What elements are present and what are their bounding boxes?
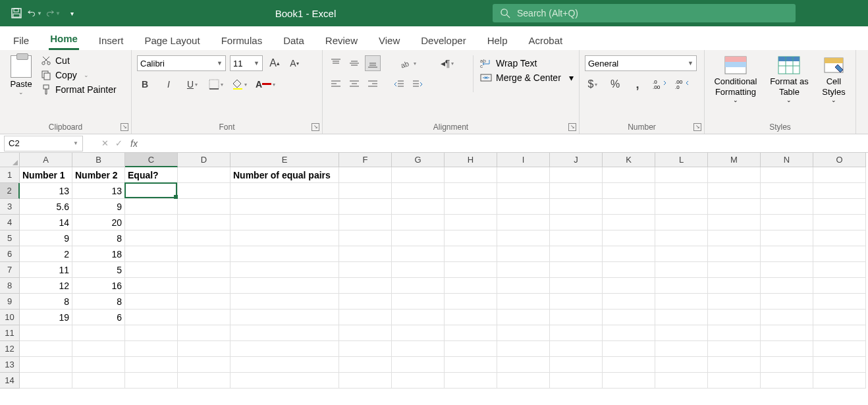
cell[interactable] (497, 373, 550, 389)
percent-format-icon[interactable]: % (607, 76, 623, 92)
cell[interactable]: Number 2 (72, 167, 125, 183)
cell[interactable]: 11 (20, 262, 72, 278)
cell[interactable] (125, 357, 178, 373)
cell[interactable] (339, 341, 392, 357)
tab-help[interactable]: Help (486, 31, 509, 50)
cell[interactable] (231, 262, 339, 278)
cell[interactable] (445, 341, 497, 357)
cell[interactable] (550, 310, 603, 325)
cell[interactable] (392, 246, 445, 262)
cell[interactable] (813, 183, 866, 199)
cell[interactable] (445, 294, 497, 310)
cell[interactable] (178, 310, 231, 325)
cell[interactable] (392, 341, 445, 357)
column-header[interactable]: J (550, 153, 603, 167)
conditional-formatting-button[interactable]: Conditional Formatting⌄ (710, 55, 761, 104)
cell[interactable]: 2 (20, 246, 72, 262)
cell[interactable] (761, 199, 813, 215)
format-as-table-button[interactable]: Format as Table⌄ (768, 55, 811, 104)
cell[interactable] (813, 357, 866, 373)
cell[interactable] (339, 183, 392, 199)
tab-developer[interactable]: Developer (420, 31, 467, 50)
cell[interactable] (708, 357, 761, 373)
cell[interactable] (603, 183, 655, 199)
cell[interactable] (178, 215, 231, 230)
format-painter-button[interactable]: Format Painter (41, 84, 117, 95)
customize-qat-icon[interactable]: ▾ (65, 6, 79, 20)
row-header[interactable]: 10 (0, 310, 20, 325)
cell[interactable] (761, 357, 813, 373)
cell[interactable] (125, 262, 178, 278)
row-header[interactable]: 14 (0, 373, 20, 389)
copy-button[interactable]: Copy⌄ (41, 70, 117, 80)
cell[interactable] (655, 325, 708, 341)
cell[interactable] (339, 294, 392, 310)
cell[interactable] (445, 167, 497, 183)
cell[interactable] (813, 294, 866, 310)
cell[interactable] (392, 357, 445, 373)
cell[interactable] (761, 310, 813, 325)
cell[interactable] (550, 278, 603, 294)
rtl-icon[interactable]: ◂¶▾ (436, 55, 458, 71)
cell[interactable] (178, 373, 231, 389)
cell[interactable] (497, 246, 550, 262)
cell[interactable] (231, 373, 339, 389)
cell[interactable] (339, 310, 392, 325)
cell[interactable] (708, 199, 761, 215)
cell[interactable] (813, 262, 866, 278)
cell[interactable]: Number 1 (20, 167, 72, 183)
cell[interactable] (231, 183, 339, 199)
cell[interactable] (603, 357, 655, 373)
cell[interactable] (655, 341, 708, 357)
accounting-format-icon[interactable]: $▾ (585, 76, 601, 92)
cell[interactable]: Equal? (125, 167, 178, 183)
row-header[interactable]: 11 (0, 325, 20, 341)
select-all-corner[interactable] (0, 153, 20, 167)
tab-home[interactable]: Home (49, 29, 79, 50)
cell[interactable] (339, 357, 392, 373)
cell[interactable] (603, 199, 655, 215)
tab-acrobat[interactable]: Acrobat (528, 31, 564, 50)
cell[interactable] (392, 325, 445, 341)
row-header[interactable]: 2 (0, 183, 20, 199)
font-color-button[interactable]: A▾ (256, 76, 275, 92)
cell[interactable] (550, 230, 603, 246)
cell[interactable] (20, 341, 72, 357)
cell[interactable] (603, 341, 655, 357)
cell[interactable] (708, 294, 761, 310)
cell[interactable] (497, 199, 550, 215)
increase-indent-icon[interactable] (410, 76, 425, 92)
cell[interactable] (761, 262, 813, 278)
cell[interactable]: 13 (20, 183, 72, 199)
cell[interactable] (813, 215, 866, 230)
cell[interactable]: 18 (72, 246, 125, 262)
cell[interactable] (761, 215, 813, 230)
cell[interactable] (603, 230, 655, 246)
align-middle-icon[interactable] (346, 55, 362, 71)
cell[interactable] (445, 278, 497, 294)
column-header[interactable]: I (497, 153, 550, 167)
cell[interactable] (655, 357, 708, 373)
cell[interactable] (550, 183, 603, 199)
cell[interactable] (125, 183, 178, 199)
cut-button[interactable]: Cut (41, 55, 117, 66)
cell[interactable] (445, 183, 497, 199)
paste-button[interactable]: Paste ⌄ (5, 53, 37, 95)
cell[interactable] (761, 246, 813, 262)
cell[interactable] (497, 262, 550, 278)
cell[interactable]: 9 (72, 199, 125, 215)
cell[interactable] (708, 373, 761, 389)
cell[interactable] (445, 230, 497, 246)
cell[interactable] (231, 325, 339, 341)
font-name-combo[interactable]: Calibri▼ (137, 55, 226, 71)
column-header[interactable]: F (339, 153, 392, 167)
column-header[interactable]: O (813, 153, 866, 167)
cell[interactable] (603, 278, 655, 294)
tab-data[interactable]: Data (282, 31, 306, 50)
cell[interactable] (231, 278, 339, 294)
cell[interactable]: 6 (72, 310, 125, 325)
row-header[interactable]: 1 (0, 167, 20, 183)
cell[interactable] (708, 246, 761, 262)
align-bottom-icon[interactable] (365, 55, 381, 71)
cell[interactable] (813, 278, 866, 294)
